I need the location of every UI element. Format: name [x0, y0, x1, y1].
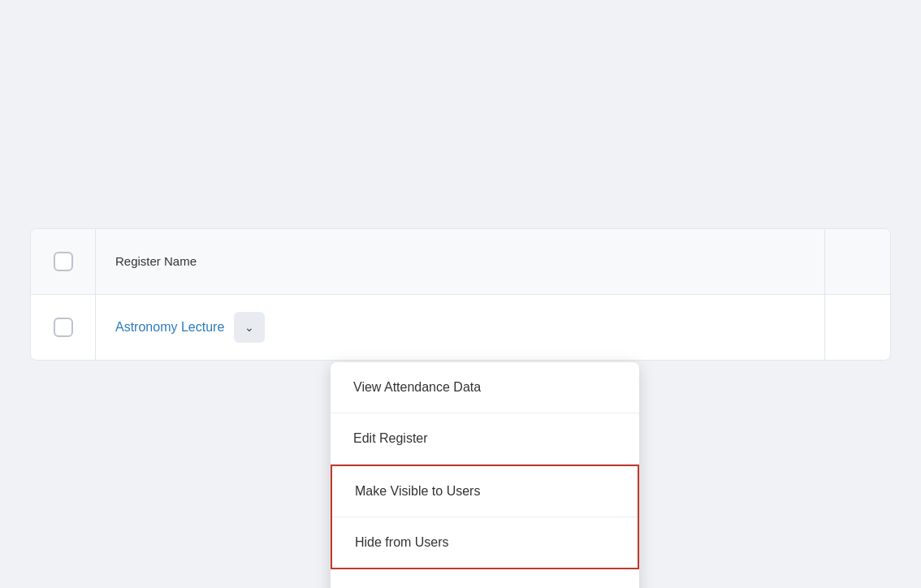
page-container: Register Name Astronomy Lecture ⌄ View A…: [14, 212, 907, 377]
hide-from-users-label: Hide from Users: [355, 535, 449, 550]
row-checkbox[interactable]: [54, 318, 73, 337]
row-dropdown-button[interactable]: ⌄: [234, 312, 265, 343]
table-row: Astronomy Lecture ⌄: [31, 295, 890, 360]
highlighted-menu-group: Make Visible to Users Hide from Users: [331, 465, 639, 569]
row-name-cell: Astronomy Lecture ⌄: [96, 295, 825, 360]
row-checkbox-cell: [31, 295, 96, 360]
menu-item-delete[interactable]: Delete: [331, 569, 639, 589]
registers-table: Register Name Astronomy Lecture ⌄: [30, 228, 891, 361]
menu-item-make-visible[interactable]: Make Visible to Users: [332, 466, 638, 517]
astronomy-lecture-link[interactable]: Astronomy Lecture: [115, 320, 224, 335]
header-checkbox[interactable]: [54, 252, 73, 271]
header-name-cell: Register Name: [96, 229, 825, 294]
context-dropdown-menu: View Attendance Data Edit Register Make …: [331, 362, 639, 589]
header-checkbox-cell: [31, 229, 96, 294]
header-extra-cell: [825, 229, 890, 294]
edit-register-label: Edit Register: [353, 431, 428, 446]
register-name-header: Register Name: [115, 254, 197, 268]
view-attendance-label: View Attendance Data: [353, 380, 481, 395]
menu-item-view-attendance[interactable]: View Attendance Data: [331, 362, 639, 413]
menu-item-edit-register[interactable]: Edit Register: [331, 413, 639, 465]
table-header-row: Register Name: [31, 229, 890, 295]
row-extra-cell: [825, 295, 890, 360]
make-visible-label: Make Visible to Users: [355, 484, 480, 499]
menu-item-hide-from-users[interactable]: Hide from Users: [332, 517, 638, 568]
